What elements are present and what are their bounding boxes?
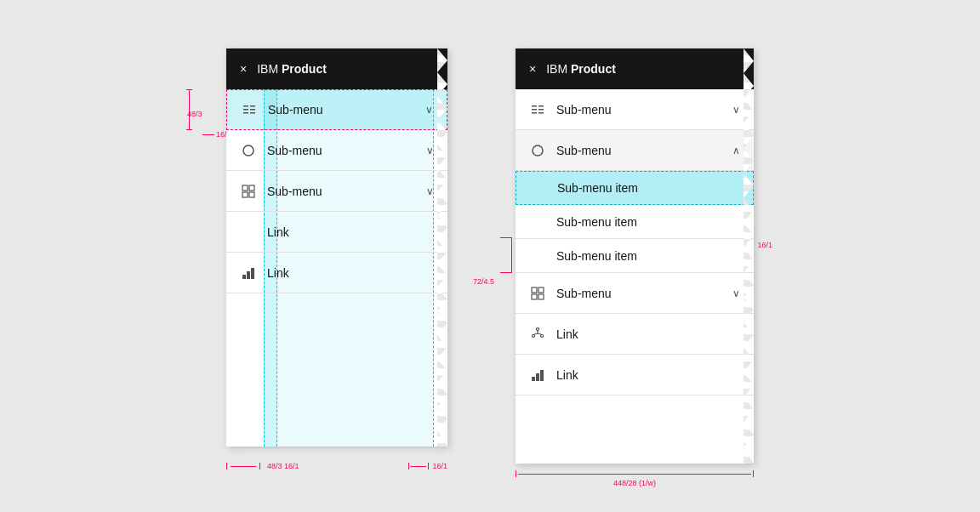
svg-rect-32 — [536, 373, 539, 381]
svg-rect-12 — [247, 271, 250, 279]
svg-rect-9 — [242, 192, 248, 197]
svg-rect-3 — [250, 109, 255, 111]
svg-rect-10 — [249, 192, 254, 197]
svg-rect-1 — [243, 109, 248, 111]
svg-rect-11 — [242, 275, 246, 279]
svg-rect-19 — [538, 112, 544, 114]
right-bar-icon-5 — [529, 367, 546, 384]
right-nav-label-2: Sub-menu — [556, 144, 732, 157]
bottom-measure-right: 16/1 — [432, 462, 447, 470]
right-panel: × IBM Product Sub-menu — [516, 48, 754, 464]
svg-point-20 — [533, 145, 543, 156]
right-circle-icon-2 — [529, 142, 546, 159]
right-panel-wrapper: × IBM Product Sub-menu — [516, 48, 754, 464]
chevron-2: ∨ — [426, 145, 434, 156]
svg-rect-18 — [532, 112, 537, 114]
svg-rect-16 — [538, 105, 544, 107]
right-nav-label-1: Sub-menu — [556, 103, 732, 117]
svg-rect-2 — [250, 105, 255, 107]
left-panel-header: × IBM Product — [226, 48, 447, 89]
grid-icon-3 — [240, 183, 257, 200]
chevron-1: ∨ — [425, 104, 433, 116]
nav-item-submenu-1[interactable]: Sub-menu ∨ — [226, 89, 447, 130]
right-nav-label-3: Sub-menu — [556, 287, 732, 300]
svg-rect-24 — [538, 294, 544, 299]
right-title-prefix: IBM — [546, 62, 571, 76]
menu-icon-1 — [241, 101, 258, 118]
right-nav-label-5: Link — [556, 368, 740, 382]
close-icon[interactable]: × — [240, 62, 247, 76]
circle-icon-2 — [240, 142, 257, 159]
title-bold: Product — [282, 62, 327, 76]
svg-rect-23 — [532, 294, 537, 299]
chevron-3: ∨ — [426, 185, 434, 197]
panel-bottom-fill — [226, 293, 447, 447]
svg-rect-22 — [538, 287, 544, 293]
annotation-72: 72/4.5 — [473, 272, 494, 287]
left-panel: × IBM Product Sub-menu — [226, 48, 447, 447]
annotation-16-right: 16/1 — [757, 236, 772, 251]
bottom-measure-right-panel: 448/28 (1/w) — [516, 479, 754, 487]
svg-rect-33 — [540, 370, 544, 381]
main-container: 48/3 16/1 × IBM Product — [175, 14, 805, 498]
nav-label-3: Sub-menu — [267, 185, 426, 198]
svg-point-25 — [537, 327, 539, 330]
right-panel-title: IBM Product — [546, 62, 616, 76]
svg-rect-7 — [242, 185, 248, 191]
bottom-measure-left: 48/3 16/1 — [267, 462, 299, 470]
right-panel-header: × IBM Product — [516, 48, 754, 89]
svg-line-29 — [533, 333, 538, 335]
right-chevron-2: ∧ — [732, 145, 740, 156]
nav-item-link-1[interactable]: Link — [226, 212, 447, 253]
right-sub-item-2[interactable]: Sub-menu item — [516, 205, 754, 239]
right-nav-item-5[interactable]: Link — [516, 355, 754, 395]
right-sub-label-1: Sub-menu item — [557, 181, 638, 195]
right-chevron-1: ∨ — [732, 104, 740, 116]
right-sub-label-3: Sub-menu item — [556, 249, 637, 263]
right-nav-item-1[interactable]: Sub-menu ∨ — [516, 89, 754, 130]
svg-rect-8 — [249, 185, 254, 191]
right-sub-label-2: Sub-menu item — [556, 215, 637, 229]
svg-line-30 — [538, 333, 542, 335]
nav-label-5: Link — [267, 266, 434, 280]
bar-icon-5 — [240, 265, 257, 282]
bottom-annotation-left: 48/3 16/1 16/1 — [226, 462, 447, 470]
right-chevron-3: ∨ — [732, 287, 740, 299]
right-nav-label-4: Link — [556, 327, 740, 341]
annotation-48: 48/3 — [187, 110, 202, 118]
nav-item-submenu-3[interactable]: Sub-menu ∨ — [226, 171, 447, 212]
svg-rect-0 — [243, 105, 248, 107]
right-nav-item-3[interactable]: Sub-menu ∨ — [516, 273, 754, 314]
right-close-icon[interactable]: × — [529, 62, 536, 76]
svg-rect-17 — [538, 109, 544, 111]
right-nav-item-4[interactable]: Link — [516, 314, 754, 355]
bottom-annotation-right: 448/28 (1/w) — [516, 470, 754, 487]
nav-item-submenu-2[interactable]: Sub-menu ∨ — [226, 130, 447, 171]
nav-label-1: Sub-menu — [268, 103, 425, 117]
right-title-bold: Product — [571, 62, 616, 76]
nav-label-4: Link — [267, 225, 434, 239]
svg-rect-21 — [532, 287, 537, 293]
right-nav-item-2[interactable]: Sub-menu ∧ — [516, 130, 754, 171]
right-sub-item-3[interactable]: Sub-menu item — [516, 239, 754, 273]
svg-rect-4 — [243, 112, 248, 114]
left-panel-wrapper: 48/3 16/1 × IBM Product — [226, 48, 447, 447]
left-annotation-v: 48/3 — [182, 89, 197, 139]
right-sub-item-1[interactable]: Sub-menu item — [516, 171, 754, 205]
nav-item-link-2[interactable]: Link — [226, 253, 447, 293]
svg-rect-15 — [532, 109, 537, 111]
svg-rect-5 — [250, 112, 255, 114]
svg-point-27 — [541, 334, 544, 337]
svg-point-6 — [243, 145, 254, 156]
svg-rect-14 — [532, 105, 537, 107]
panel-title: IBM Product — [257, 62, 327, 76]
title-prefix: IBM — [257, 62, 282, 76]
svg-rect-13 — [251, 268, 254, 279]
right-grid-icon-3 — [529, 285, 546, 302]
svg-rect-31 — [532, 377, 535, 381]
right-tree-icon-4 — [529, 326, 546, 343]
right-menu-icon-1 — [529, 101, 546, 118]
svg-point-26 — [533, 334, 535, 337]
nav-label-2: Sub-menu — [267, 144, 426, 157]
right-bracket-annotation — [500, 237, 512, 273]
